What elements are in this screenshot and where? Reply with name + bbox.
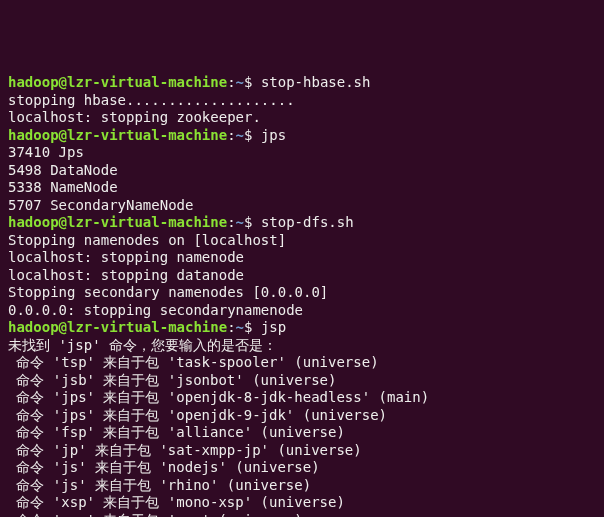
- user-host: hadoop@lzr-virtual-machine: [8, 127, 227, 143]
- output-line: 5498 DataNode: [8, 162, 596, 180]
- prompt-colon: :: [227, 214, 235, 230]
- prompt-sep: $: [244, 319, 261, 335]
- output-line: 5707 SecondaryNameNode: [8, 197, 596, 215]
- prompt-line: hadoop@lzr-virtual-machine:~$ jsp: [8, 319, 596, 337]
- prompt-sep: $: [244, 74, 261, 90]
- prompt-path: ~: [236, 127, 244, 143]
- output-line: 命令 'js' 来自于包 'rhino' (universe): [8, 477, 596, 495]
- output-line: 未找到 'jsp' 命令，您要输入的是否是：: [8, 337, 596, 355]
- output-line: 命令 'jps' 来自于包 'openjdk-8-jdk-headless' (…: [8, 389, 596, 407]
- output-line: 命令 'asp' 来自于包 'asp' (universe): [8, 512, 596, 518]
- user-host: hadoop@lzr-virtual-machine: [8, 214, 227, 230]
- output-line: 37410 Jps: [8, 144, 596, 162]
- command-text: jps: [261, 127, 286, 143]
- output-line: 命令 'xsp' 来自于包 'mono-xsp' (universe): [8, 494, 596, 512]
- prompt-sep: $: [244, 214, 261, 230]
- prompt-line: hadoop@lzr-virtual-machine:~$ stop-hbase…: [8, 74, 596, 92]
- terminal[interactable]: hadoop@lzr-virtual-machine:~$ stop-hbase…: [8, 74, 596, 517]
- output-line: localhost: stopping namenode: [8, 249, 596, 267]
- output-line: Stopping secondary namenodes [0.0.0.0]: [8, 284, 596, 302]
- prompt-line: hadoop@lzr-virtual-machine:~$ jps: [8, 127, 596, 145]
- output-line: Stopping namenodes on [localhost]: [8, 232, 596, 250]
- prompt-colon: :: [227, 74, 235, 90]
- prompt-colon: :: [227, 127, 235, 143]
- prompt-path: ~: [236, 74, 244, 90]
- output-line: localhost: stopping zookeeper.: [8, 109, 596, 127]
- output-line: 命令 'jp' 来自于包 'sat-xmpp-jp' (universe): [8, 442, 596, 460]
- prompt-colon: :: [227, 319, 235, 335]
- output-line: 命令 'js' 来自于包 'nodejs' (universe): [8, 459, 596, 477]
- output-line: 命令 'jsb' 来自于包 'jsonbot' (universe): [8, 372, 596, 390]
- output-line: stopping hbase....................: [8, 92, 596, 110]
- output-line: 0.0.0.0: stopping secondarynamenode: [8, 302, 596, 320]
- prompt-path: ~: [236, 214, 244, 230]
- output-line: 命令 'tsp' 来自于包 'task-spooler' (universe): [8, 354, 596, 372]
- user-host: hadoop@lzr-virtual-machine: [8, 319, 227, 335]
- prompt-sep: $: [244, 127, 261, 143]
- output-line: 命令 'fsp' 来自于包 'alliance' (universe): [8, 424, 596, 442]
- command-text: jsp: [261, 319, 286, 335]
- prompt-path: ~: [236, 319, 244, 335]
- user-host: hadoop@lzr-virtual-machine: [8, 74, 227, 90]
- prompt-line: hadoop@lzr-virtual-machine:~$ stop-dfs.s…: [8, 214, 596, 232]
- output-line: 命令 'jps' 来自于包 'openjdk-9-jdk' (universe): [8, 407, 596, 425]
- output-line: 5338 NameNode: [8, 179, 596, 197]
- output-line: localhost: stopping datanode: [8, 267, 596, 285]
- command-text: stop-dfs.sh: [261, 214, 354, 230]
- command-text: stop-hbase.sh: [261, 74, 371, 90]
